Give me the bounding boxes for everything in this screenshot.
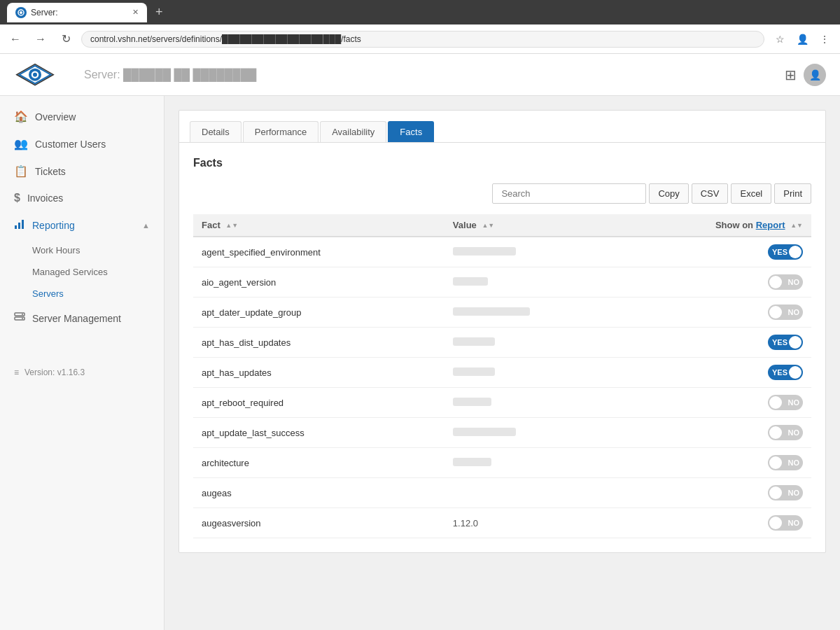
address-bar: ← → ↻ ☆ 👤 ⋮	[0, 24, 840, 54]
table-row: apt_has_dist_updatesYES	[193, 328, 811, 358]
fact-value-cell	[444, 267, 618, 298]
sidebar-item-server-management[interactable]: Server Management	[0, 304, 164, 332]
new-tab-btn[interactable]: +	[155, 5, 163, 20]
fact-name-cell: apt_has_dist_updates	[193, 328, 444, 358]
invoices-icon: $	[14, 192, 20, 204]
toggle-knob	[789, 366, 802, 379]
reload-button[interactable]: ↻	[56, 29, 76, 49]
tab-availability[interactable]: Availability	[320, 121, 386, 142]
toggle-switch[interactable]: NO	[768, 274, 803, 290]
main-content: Details Performance Availability Facts F…	[164, 96, 840, 630]
apps-grid-icon[interactable]: ⊞	[785, 66, 797, 83]
fact-toggle-cell: NO	[618, 267, 811, 298]
toggle-label: NO	[788, 458, 800, 467]
sort-report-icon[interactable]: ▲▼	[790, 223, 803, 229]
toggle-switch[interactable]: NO	[768, 304, 803, 320]
toggle-container: NO	[626, 425, 803, 440]
toggle-switch[interactable]: NO	[768, 425, 803, 440]
tab-details[interactable]: Details	[190, 121, 241, 142]
toggle-switch[interactable]: YES	[768, 244, 803, 260]
toggle-container: NO	[626, 395, 803, 410]
copy-button[interactable]: Copy	[649, 183, 688, 204]
sidebar-version: ≡ Version: v1.16.3	[0, 360, 164, 384]
toggle-label: YES	[772, 338, 788, 346]
csv-button[interactable]: CSV	[692, 183, 729, 204]
sort-value-icon[interactable]: ▲▼	[482, 223, 494, 229]
forward-button[interactable]: →	[31, 29, 50, 49]
col-fact[interactable]: Fact ▲▼	[193, 214, 444, 237]
svg-point-1	[20, 11, 22, 14]
content-card: Details Performance Availability Facts F…	[178, 110, 826, 553]
fact-name-cell: apt_has_updates	[193, 358, 444, 388]
col-show-on-report[interactable]: Show on Report ▲▼	[618, 214, 811, 237]
back-button[interactable]: ←	[6, 29, 25, 49]
fact-toggle-cell: NO	[618, 478, 811, 508]
report-link[interactable]: Report	[756, 220, 785, 230]
tab-favicon	[15, 7, 27, 18]
fact-value-blurred	[453, 277, 488, 286]
address-input[interactable]	[81, 31, 764, 48]
fact-value-blurred	[453, 307, 530, 316]
print-button[interactable]: Print	[774, 183, 811, 204]
tickets-icon: 📋	[14, 164, 28, 178]
tab-facts[interactable]: Facts	[388, 121, 434, 142]
table-row: apt_update_last_successNO	[193, 418, 811, 448]
fact-value-cell	[444, 328, 618, 358]
bookmark-button[interactable]: ☆	[770, 29, 790, 49]
sidebar-item-reporting[interactable]: Reporting ▲	[0, 211, 164, 239]
sidebar-label-customer-users: Customer Users	[35, 139, 106, 150]
col-value[interactable]: Value ▲▼	[444, 214, 618, 237]
toggle-knob	[789, 246, 802, 258]
toggle-switch[interactable]: NO	[768, 515, 803, 531]
excel-button[interactable]: Excel	[731, 183, 771, 204]
toggle-container: YES	[626, 365, 803, 380]
browser-tab[interactable]: Server: ✕	[7, 3, 147, 22]
table-row: augeasNO	[193, 478, 811, 508]
toggle-switch[interactable]: NO	[768, 455, 803, 470]
tabs-row: Details Performance Availability Facts	[179, 111, 825, 143]
user-avatar[interactable]: 👤	[804, 64, 826, 86]
table-row: agent_specified_environmentYES	[193, 237, 811, 267]
search-input[interactable]	[492, 183, 646, 204]
menu-button[interactable]: ⋮	[815, 29, 834, 49]
sidebar-sub-item-servers[interactable]: Servers	[0, 283, 164, 304]
sidebar-sub-item-managed-services[interactable]: Managed Services	[0, 261, 164, 283]
sidebar-item-customer-users[interactable]: 👥 Customer Users	[0, 130, 164, 158]
sidebar-label-overview: Overview	[35, 111, 76, 122]
toggle-switch[interactable]: NO	[768, 395, 803, 410]
fact-name-cell: agent_specified_environment	[193, 237, 444, 267]
sidebar-sub-item-work-hours[interactable]: Work Hours	[0, 239, 164, 261]
account-button[interactable]: 👤	[792, 29, 812, 49]
page-title: Server: ██████ ██ ████████	[84, 69, 785, 81]
sidebar-label-server-management: Server Management	[32, 313, 121, 324]
sidebar-item-overview[interactable]: 🏠 Overview	[0, 103, 164, 130]
toggle-knob	[769, 276, 782, 288]
app-logo[interactable]	[14, 61, 56, 89]
toggle-label: NO	[788, 428, 800, 437]
toggle-label: YES	[772, 248, 788, 256]
fact-toggle-cell: NO	[618, 448, 811, 478]
fact-toggle-cell: NO	[618, 298, 811, 328]
fact-toggle-cell: NO	[618, 508, 811, 538]
toggle-label: NO	[788, 489, 800, 497]
toggle-switch[interactable]: NO	[768, 485, 803, 500]
fact-value-cell	[444, 298, 618, 328]
fact-value-cell	[444, 478, 618, 508]
server-mgmt-icon	[14, 312, 25, 326]
fact-value-cell: 1.12.0	[444, 508, 618, 538]
body-layout: 🏠 Overview 👥 Customer Users 📋 Tickets $ …	[0, 96, 840, 630]
fact-toggle-cell: YES	[618, 237, 811, 267]
tab-close-btn[interactable]: ✕	[132, 8, 139, 17]
fact-value-blurred	[453, 428, 516, 436]
version-icon: ≡	[14, 368, 19, 377]
sidebar-item-tickets[interactable]: 📋 Tickets	[0, 158, 164, 185]
fact-value-cell	[444, 448, 618, 478]
fact-value-blurred	[453, 368, 495, 376]
tab-performance[interactable]: Performance	[243, 121, 318, 142]
toggle-switch[interactable]: YES	[768, 365, 803, 380]
toggle-label: YES	[772, 368, 788, 377]
fact-value-cell	[444, 237, 618, 267]
sidebar-item-invoices[interactable]: $ Invoices	[0, 185, 164, 211]
sort-fact-icon[interactable]: ▲▼	[225, 223, 238, 229]
toggle-switch[interactable]: YES	[768, 335, 803, 350]
